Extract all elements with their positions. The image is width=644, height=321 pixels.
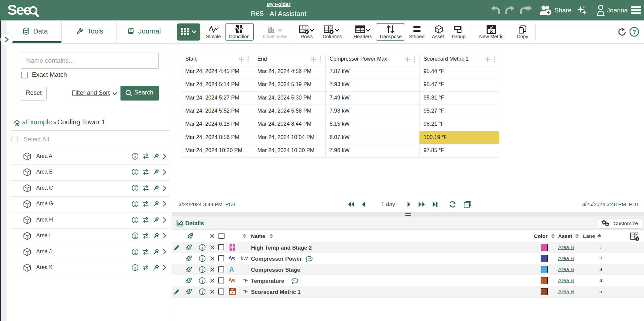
svg-text:?: ? <box>633 29 636 35</box>
